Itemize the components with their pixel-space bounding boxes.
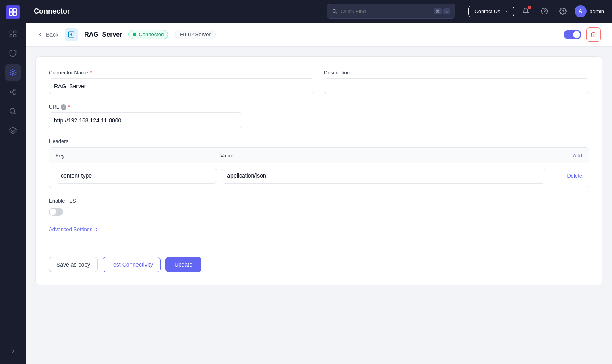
notification-dot: [528, 6, 531, 9]
name-description-row: Connector Name * Description: [49, 70, 589, 94]
svg-point-14: [333, 9, 336, 12]
svg-marker-13: [10, 127, 17, 132]
header-key-input[interactable]: [56, 168, 217, 184]
contact-us-button[interactable]: Contact Us →: [468, 6, 514, 17]
sidebar-item-dashboard[interactable]: [5, 26, 21, 42]
update-button[interactable]: Update: [165, 257, 201, 272]
trash-icon: [590, 31, 597, 38]
status-text: Connected: [139, 31, 164, 37]
svg-rect-4: [10, 31, 12, 33]
test-connectivity-button[interactable]: Test Connectivity: [103, 257, 161, 272]
svg-rect-5: [14, 31, 16, 33]
app-title: Connector: [34, 7, 70, 16]
header-row: Delete: [49, 163, 589, 188]
sidebar-item-connector[interactable]: [5, 64, 21, 81]
back-button[interactable]: Back: [37, 31, 58, 38]
help-button[interactable]: [538, 4, 551, 18]
connector-name-input[interactable]: [49, 78, 314, 94]
form-divider: [49, 250, 589, 250]
user-menu-button[interactable]: A admin: [575, 5, 604, 17]
headers-label: Headers: [49, 138, 589, 144]
required-marker: *: [90, 70, 92, 76]
url-input[interactable]: [49, 112, 242, 128]
add-header-button[interactable]: Add: [573, 153, 582, 159]
content-area: Back RAG_Server Connected HTTP Server: [26, 23, 612, 364]
connector-name-label: Connector Name *: [49, 70, 314, 76]
tls-toggle[interactable]: [49, 208, 63, 216]
svg-rect-6: [10, 35, 12, 37]
sidebar-item-search[interactable]: [5, 103, 21, 119]
search-bar[interactable]: ⌘ K: [327, 4, 455, 19]
url-group: URL ? *: [49, 104, 589, 128]
sidebar-bottom: [5, 343, 21, 359]
svg-rect-0: [10, 9, 12, 12]
settings-button[interactable]: [556, 4, 570, 18]
svg-rect-3: [13, 12, 16, 15]
value-column-header: Value: [220, 153, 550, 159]
header-value-input[interactable]: [222, 168, 545, 184]
description-group: Description: [324, 70, 589, 94]
gear-icon: [559, 8, 567, 15]
notifications-button[interactable]: [519, 4, 533, 18]
main-area: Connector ⌘ K Contact Us →: [26, 0, 612, 364]
help-icon: [541, 8, 548, 15]
status-badge: Connected: [128, 30, 168, 39]
page-title: RAG_Server: [84, 31, 122, 38]
svg-point-9: [10, 91, 12, 93]
tls-label: Enable TLS: [49, 198, 589, 204]
page-header: Back RAG_Server Connected HTTP Server: [26, 23, 612, 47]
navbar-actions: Contact Us →: [468, 4, 604, 18]
save-as-copy-button[interactable]: Save as copy: [49, 257, 98, 272]
user-name: admin: [590, 8, 604, 14]
sidebar-item-shield[interactable]: [5, 45, 21, 61]
type-badge: HTTP Server: [175, 30, 216, 39]
delete-header-button[interactable]: Delete: [567, 173, 582, 179]
page-header-actions: [564, 27, 601, 42]
headers-table-head: Key Value Add: [49, 148, 589, 163]
url-help-icon[interactable]: ?: [61, 104, 66, 110]
top-navbar: Connector ⌘ K Contact Us →: [26, 0, 612, 23]
svg-rect-7: [14, 35, 16, 37]
app-logo[interactable]: [6, 5, 20, 19]
connector-name-group: Connector Name *: [49, 70, 314, 94]
description-label: Description: [324, 70, 589, 76]
form-card: Connector Name * Description URL ?: [35, 56, 602, 285]
action-column-header: Add: [550, 152, 582, 159]
status-dot: [133, 33, 136, 36]
search-icon: [332, 8, 337, 14]
svg-point-12: [10, 108, 15, 113]
kbd-cmd: ⌘: [434, 8, 442, 14]
back-arrow-icon: [37, 31, 43, 38]
search-shortcut: ⌘ K: [434, 8, 450, 14]
svg-point-10: [13, 89, 15, 91]
header-action-cell: Delete: [550, 172, 582, 179]
header-value-cell: [222, 168, 545, 184]
headers-section: Headers Key Value Add: [49, 138, 589, 188]
svg-rect-2: [10, 12, 12, 15]
url-required-marker: *: [68, 104, 70, 110]
advanced-settings-link[interactable]: Advanced Settings: [49, 226, 99, 232]
kbd-k: K: [443, 8, 450, 14]
connector-type-icon: [65, 28, 78, 41]
chevron-right-icon: [94, 227, 99, 232]
url-label: URL ? *: [49, 104, 589, 110]
headers-table: Key Value Add Del: [49, 147, 589, 188]
svg-point-11: [13, 93, 15, 95]
svg-rect-1: [13, 9, 16, 12]
sidebar: [0, 0, 26, 364]
tls-section: Enable TLS: [49, 198, 589, 216]
key-column-header: Key: [56, 153, 220, 159]
http-connector-icon: [68, 31, 75, 38]
delete-button[interactable]: [586, 27, 601, 42]
active-toggle[interactable]: [564, 30, 581, 39]
svg-point-8: [12, 72, 14, 74]
search-input[interactable]: [341, 8, 430, 14]
avatar: A: [575, 5, 587, 17]
header-key-cell: [56, 168, 217, 184]
sidebar-item-layers[interactable]: [5, 122, 21, 139]
svg-point-17: [562, 10, 564, 12]
sidebar-item-integration[interactable]: [5, 84, 21, 100]
description-input[interactable]: [324, 78, 589, 94]
sidebar-item-expand[interactable]: [5, 343, 21, 359]
action-buttons: Save as copy Test Connectivity Update: [49, 257, 589, 272]
